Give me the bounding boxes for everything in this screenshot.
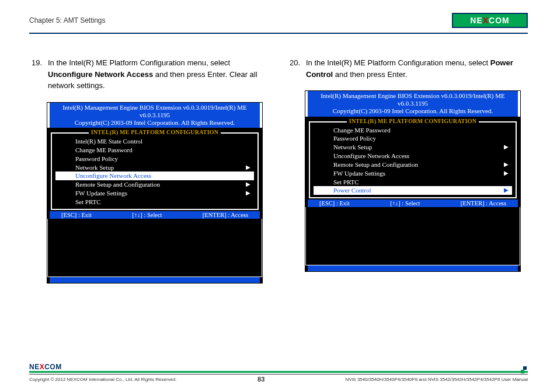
bios-menu-item[interactable]: Intel(R) ME State Control (52, 137, 257, 146)
bios-menu-item[interactable]: FW Update Settings▶ (310, 169, 516, 178)
footer-logo: NEXCOM (29, 363, 528, 371)
bios-menu-left: Intel(R) ME State ControlChange ME Passw… (52, 137, 257, 206)
bios-bottom-bar (47, 277, 262, 283)
bios-nav-bar: [ESC] : Exit [↑↓] : Select [ENTER] : Acc… (47, 211, 262, 219)
right-column: 20. In the Intel(R) ME Platform Configur… (287, 57, 528, 284)
bios-menu-item[interactable]: Power Control▶ (314, 186, 512, 195)
bios-menu-box: INTEL(R) ME PLATFORM CONFIGURATION Chang… (309, 121, 517, 199)
step-number: 20. (287, 57, 300, 80)
bios-menu-item[interactable]: Set PRTC (310, 178, 516, 187)
bios-title-bar: Intel(R) Management Engine BIOS Extensio… (47, 103, 262, 128)
bios-title-bar: Intel(R) Management Engine BIOS Extensio… (305, 91, 520, 117)
submenu-arrow-icon: ▶ (504, 169, 509, 178)
page-header: Chapter 5: AMT Settings NEXCOM (29, 12, 528, 29)
bios-nav-bar: [ESC] : Exit [↑↓] : Select [ENTER] : Acc… (305, 200, 520, 207)
submenu-arrow-icon: ▶ (246, 180, 250, 189)
bios-menu-item[interactable]: Network Setup▶ (310, 143, 516, 152)
bios-bottom-bar (305, 265, 520, 271)
step-text: In the Intel(R) ME Platform Configuratio… (48, 57, 270, 92)
bios-menu-item[interactable]: Unconfigure Network Access (310, 152, 516, 160)
bios-lower-area (47, 219, 262, 277)
bios-menu-item[interactable]: Set PRTC (52, 198, 257, 206)
step-number: 19. (29, 57, 42, 92)
left-column: 19. In the Intel(R) ME Platform Configur… (29, 57, 270, 284)
chapter-title: Chapter 5: AMT Settings (29, 16, 106, 24)
submenu-arrow-icon: ▶ (504, 143, 509, 152)
bios-menu-item[interactable]: Change ME Password (310, 126, 516, 135)
bios-menu-item[interactable]: Change ME Password (52, 146, 257, 155)
header-rule (29, 33, 528, 34)
bios-menu-item[interactable]: FW Update Settings▶ (52, 189, 257, 198)
bios-menu-box: INTEL(R) ME PLATFORM CONFIGURATION Intel… (51, 132, 259, 210)
bios-menu-right: Change ME PasswordPassword PolicyNetwork… (310, 126, 516, 195)
bios-menu-item[interactable]: Network Setup▶ (52, 163, 257, 172)
bios-menu-item[interactable]: Password Policy (52, 155, 257, 163)
bios-screen-right: Intel(R) Management Engine BIOS Extensio… (305, 90, 521, 272)
bios-menu-item[interactable]: Unconfigure Network Access (55, 172, 254, 180)
nexcom-logo: NEXCOM (452, 13, 528, 28)
step-text: In the Intel(R) ME Platform Configuratio… (306, 57, 528, 80)
submenu-arrow-icon: ▶ (246, 189, 250, 198)
copyright-text: Copyright © 2012 NEXCOM International Co… (29, 377, 177, 382)
bios-menu-item[interactable]: Remote Setup and Configuration▶ (52, 180, 257, 189)
content-columns: 19. In the Intel(R) ME Platform Configur… (29, 57, 528, 284)
bios-screen-left: Intel(R) Management Engine BIOS Extensio… (47, 102, 263, 284)
submenu-arrow-icon: ▶ (504, 186, 509, 195)
manual-title: NViS 3540/3540H/3540P4/3540P8 and NViS 3… (346, 377, 528, 382)
bios-lower-area (305, 207, 520, 265)
bios-menu-item[interactable]: Password Policy (310, 134, 516, 143)
page-number: 83 (257, 376, 264, 383)
submenu-arrow-icon: ▶ (246, 163, 250, 172)
step-20: 20. In the Intel(R) ME Platform Configur… (287, 57, 528, 80)
bios-section-title: INTEL(R) ME PLATFORM CONFIGURATION (310, 118, 516, 124)
submenu-arrow-icon: ▶ (504, 160, 509, 169)
bios-section-title: INTEL(R) ME PLATFORM CONFIGURATION (52, 129, 257, 135)
step-19: 19. In the Intel(R) ME Platform Configur… (29, 57, 270, 92)
page-footer: NEXCOM Copyright © 2012 NEXCOM Internati… (29, 363, 528, 383)
bios-menu-item[interactable]: Remote Setup and Configuration▶ (310, 160, 516, 169)
